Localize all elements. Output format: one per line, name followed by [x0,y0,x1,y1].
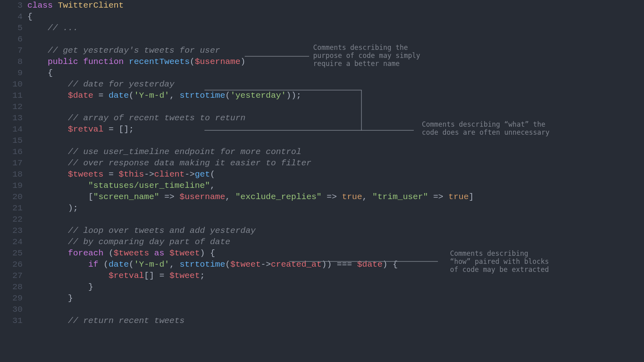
code-line: class TwitterClient [27,0,644,11]
line-number: 15 [0,135,23,146]
code-line: $retval[] = $tweet; [27,270,644,282]
line-number: 18 [0,169,23,180]
line-number: 13 [0,113,23,124]
code-line: // return recent tweets [27,315,644,327]
code-editor: 3456789101112131415161718192021222324252… [0,0,644,327]
code-line: } [27,282,644,293]
code-line: // ... [27,23,644,34]
line-number: 7 [0,45,23,56]
line-number: 16 [0,146,23,158]
line-number: 24 [0,237,23,248]
line-number: 30 [0,304,23,315]
code-line: $date = date('Y-m-d', strtotime('yesterd… [27,90,644,101]
code-line: if (date('Y-m-d', strtotime($tweet->crea… [27,259,644,270]
line-number: 8 [0,56,23,68]
code-line: // array of recent tweets to return [27,113,644,124]
line-number: 26 [0,259,23,270]
code-line: // over response data making it easier t… [27,158,644,169]
code-line: // use user_timeline endpoint for more c… [27,146,644,158]
line-number: 14 [0,124,23,135]
code-line [27,214,644,225]
line-number: 21 [0,203,23,214]
line-number: 20 [0,191,23,203]
line-number: 25 [0,248,23,259]
line-number: 9 [0,68,23,79]
annotation-what-comment: Comments describing “what” the code does… [422,120,549,136]
annotation-how-comment: Comments describing “how” paired with bl… [450,249,549,274]
line-number: 22 [0,214,23,225]
code-line: // date for yesterday [27,79,644,90]
code-line: // loop over tweets and add yesterday [27,225,644,237]
code-line: $retval = []; [27,124,644,135]
line-number: 27 [0,270,23,282]
code-line [27,101,644,113]
code-line: "statuses/user_timeline", [27,180,644,191]
line-number: 10 [0,79,23,90]
line-number: 19 [0,180,23,191]
code-line: ); [27,203,644,214]
code-area: class TwitterClient{ // ... // get yeste… [27,0,644,327]
line-number: 29 [0,293,23,304]
line-number: 12 [0,101,23,113]
code-line: // by comparing day part of date [27,237,644,248]
line-number-gutter: 3456789101112131415161718192021222324252… [0,0,27,327]
code-line: $tweets = $this->client->get( [27,169,644,180]
code-line: { [27,68,644,79]
code-line: foreach ($tweets as $tweet) { [27,248,644,259]
line-number: 31 [0,315,23,327]
line-number: 11 [0,90,23,101]
code-line [27,304,644,315]
code-line: } [27,293,644,304]
annotation-purpose-comment: Comments describing the purpose of code … [313,43,420,68]
line-number: 17 [0,158,23,169]
line-number: 28 [0,282,23,293]
code-line: ["screen_name" => $username, "exclude_re… [27,191,644,203]
line-number: 23 [0,225,23,237]
code-line: { [27,11,644,23]
line-number: 4 [0,11,23,23]
line-number: 6 [0,34,23,45]
line-number: 5 [0,23,23,34]
code-line [27,135,644,146]
line-number: 3 [0,0,23,11]
